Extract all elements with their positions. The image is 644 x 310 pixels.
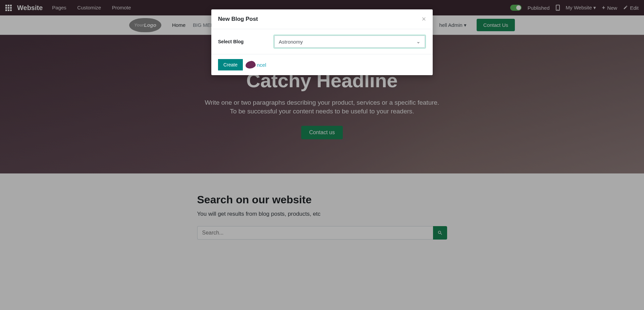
new-blog-post-dialog: New Blog Post × Select Blog Astronomy ⌄ … xyxy=(211,9,433,75)
select-blog-dropdown[interactable]: Astronomy ⌄ xyxy=(274,36,425,48)
cursor-indicator-icon xyxy=(245,60,256,69)
dialog-title: New Blog Post xyxy=(218,16,258,22)
select-blog-label: Select Blog xyxy=(218,39,273,44)
cancel-button[interactable]: ncel xyxy=(257,62,266,68)
select-blog-highlight: Astronomy ⌄ xyxy=(273,35,426,49)
close-icon[interactable]: × xyxy=(422,15,426,23)
cancel-area: ncel xyxy=(246,61,266,68)
dialog-footer: Create ncel xyxy=(211,54,433,75)
dialog-header: New Blog Post × xyxy=(211,9,433,29)
select-blog-value: Astronomy xyxy=(279,39,303,45)
chevron-down-icon: ⌄ xyxy=(416,39,421,45)
dialog-body: Select Blog Astronomy ⌄ xyxy=(211,29,433,54)
create-button[interactable]: Create xyxy=(218,59,243,70)
